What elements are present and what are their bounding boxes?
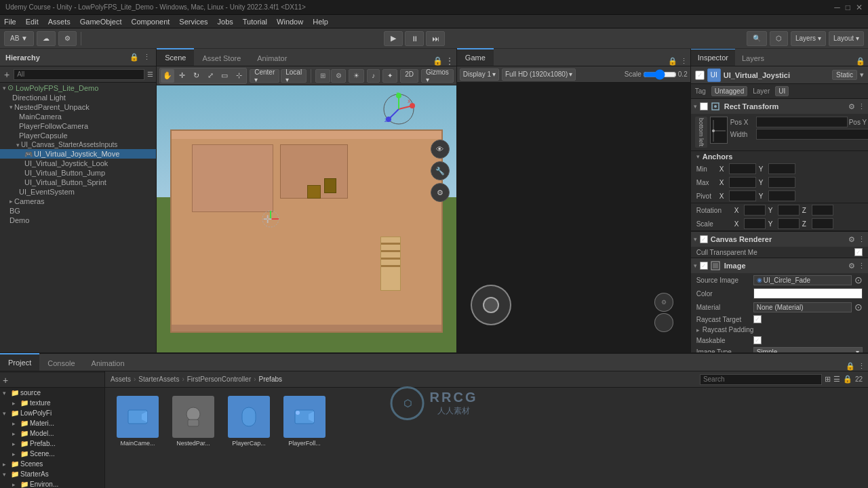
raycast-padding-row[interactable]: ▸ Raycast Padding bbox=[691, 325, 868, 335]
folder-prefab[interactable]: ▸ 📁 Prefab... bbox=[0, 439, 104, 449]
hier-item-playercapsule[interactable]: PlayerCapsule bbox=[0, 131, 156, 140]
asset-maincam[interactable]: MainCame... bbox=[113, 396, 162, 447]
layers-dropdown[interactable]: Layers ▾ bbox=[791, 31, 826, 46]
asset-playerfoll[interactable]: PlayerFoll... bbox=[280, 396, 329, 447]
gizmos-btn[interactable]: Gizmos ▾ bbox=[421, 69, 454, 83]
menu-help[interactable]: Help bbox=[313, 18, 328, 26]
project-lock-icon[interactable]: 🔒 bbox=[843, 375, 852, 384]
rect-transform-more-icon[interactable]: ⋮ bbox=[858, 102, 865, 111]
folder-environ[interactable]: ▸ 📁 Environ... bbox=[0, 479, 104, 488]
anchors-arrow[interactable]: ▾ bbox=[696, 153, 700, 160]
hier-item-bg[interactable]: BG bbox=[0, 206, 156, 216]
scale-slider[interactable] bbox=[643, 70, 677, 79]
ab-dropdown[interactable]: AB ▼ bbox=[4, 31, 34, 46]
scene-more-icon[interactable]: ⋮ bbox=[446, 56, 454, 66]
game-more-icon[interactable]: ⋮ bbox=[680, 57, 688, 66]
layer-dropdown[interactable]: UI bbox=[775, 86, 789, 96]
project-search[interactable] bbox=[700, 374, 822, 385]
rot-y-input[interactable]: 0 bbox=[778, 205, 800, 216]
effects-btn[interactable]: ✦ bbox=[382, 69, 397, 83]
hier-item-demo[interactable]: Demo bbox=[0, 216, 156, 225]
folder-source[interactable]: ▾ 📁 source bbox=[0, 388, 104, 398]
scene-viewport[interactable]: X Y Z 👁 🔧 ⚙ ✛ bbox=[157, 85, 456, 352]
hierarchy-search[interactable] bbox=[14, 69, 144, 80]
play-button[interactable]: ▶ bbox=[384, 31, 403, 46]
tool-rotate[interactable]: ↻ bbox=[189, 69, 203, 83]
rot-x-input[interactable]: 0 bbox=[744, 205, 766, 216]
cull-transparent-checkbox[interactable]: ✓ bbox=[854, 248, 863, 256]
hierarchy-lock-icon[interactable]: 🔒 bbox=[130, 53, 139, 62]
obj-name[interactable]: UI_Virtual_Joystici bbox=[724, 71, 829, 79]
insp-lock-icon[interactable]: 🔒 bbox=[856, 57, 865, 66]
tab-console[interactable]: Console bbox=[39, 356, 83, 371]
max-y-input[interactable]: 0 bbox=[768, 177, 795, 188]
scene-ctrl-1[interactable]: 👁 bbox=[431, 140, 450, 159]
menu-assets[interactable]: Assets bbox=[48, 18, 71, 26]
hier-item-nestedparent[interactable]: ▾ NestedParent_Unpack bbox=[0, 102, 156, 112]
raycast-target-checkbox[interactable]: ✓ bbox=[753, 315, 762, 323]
tab-game[interactable]: Game bbox=[457, 48, 494, 66]
canvas-renderer-settings-icon[interactable]: ⚙ bbox=[848, 235, 855, 244]
2d-btn[interactable]: 2D bbox=[400, 69, 418, 83]
scene-ctrl-2[interactable]: 🔧 bbox=[431, 161, 450, 180]
scene-ctrl-3[interactable]: ⚙ bbox=[431, 183, 450, 202]
image-settings-icon[interactable]: ⚙ bbox=[848, 262, 855, 270]
audio-btn[interactable]: ♪ bbox=[367, 69, 380, 83]
rect-transform-header[interactable]: ▾ Rect Transform ⚙ ⋮ bbox=[691, 99, 868, 114]
hier-item-eventsystem[interactable]: UI_EventSystem bbox=[0, 187, 156, 197]
hier-item-btn-jump[interactable]: UI_Virtual_Button_Jump bbox=[0, 168, 156, 178]
hier-item-cameras[interactable]: ▸ Cameras bbox=[0, 197, 156, 206]
scale-x-input[interactable]: 1 bbox=[744, 218, 766, 229]
game-resolution-dropdown[interactable]: Full HD (1920x1080) ▾ bbox=[502, 68, 576, 81]
render-mode-btn[interactable]: ☀ bbox=[349, 69, 364, 83]
hier-item-maincam[interactable]: MainCamera bbox=[0, 112, 156, 121]
folder-materi[interactable]: ▸ 📁 Materi... bbox=[0, 418, 104, 428]
scene-lock-icon[interactable]: 🔒 bbox=[433, 56, 443, 66]
tool-move[interactable]: ✛ bbox=[175, 69, 189, 83]
tab-asset-store[interactable]: Asset Store bbox=[194, 51, 249, 66]
hierarchy-filter-icon[interactable]: ☰ bbox=[147, 70, 153, 78]
menu-window[interactable]: Window bbox=[277, 18, 303, 26]
tag-dropdown[interactable]: Untagged bbox=[711, 86, 747, 96]
tab-animation[interactable]: Animation bbox=[83, 356, 133, 371]
min-x-input[interactable]: 0 bbox=[729, 163, 756, 174]
image-enabled[interactable]: ✓ bbox=[700, 262, 708, 270]
hier-item-lowpoly[interactable]: ▾ ⊙ LowPolyFPS_Lite_Demo bbox=[0, 83, 156, 93]
settings-btn[interactable]: ⚙ bbox=[58, 31, 77, 46]
asset-nestedpar[interactable]: NestedPar... bbox=[169, 396, 218, 447]
rect-transform-enabled[interactable] bbox=[700, 102, 708, 110]
hier-item-joystick-look[interactable]: UI_Virtual_Joystick_Look bbox=[0, 159, 156, 168]
scale-y-input[interactable]: 1 bbox=[778, 218, 800, 229]
color-field[interactable] bbox=[753, 288, 863, 299]
collab-btn[interactable]: ⬡ bbox=[770, 31, 788, 46]
asset-playercap[interactable]: PlayerCap... bbox=[224, 396, 273, 447]
pause-button[interactable]: ⏸ bbox=[405, 31, 424, 46]
folder-scene[interactable]: ▸ 📁 Scene... bbox=[0, 449, 104, 459]
breadcrumb-assets[interactable]: Assets bbox=[111, 375, 131, 383]
hier-item-dirlight[interactable]: Directional Light bbox=[0, 93, 156, 102]
canvas-renderer-header[interactable]: ▾ ✓ Canvas Renderer ⚙ ⋮ bbox=[691, 232, 868, 247]
cloud-btn[interactable]: ☁ bbox=[37, 31, 56, 46]
close-btn[interactable]: ✕ bbox=[856, 3, 863, 12]
max-x-input[interactable]: 0 bbox=[729, 177, 756, 188]
rot-z-input[interactable]: 0 bbox=[812, 205, 833, 216]
image-type-dropdown[interactable]: Simple ▾ bbox=[753, 347, 863, 352]
game-display-dropdown[interactable]: Display 1 ▾ bbox=[460, 68, 499, 81]
tool-hand[interactable]: ✋ bbox=[161, 69, 174, 83]
pivot-y-input[interactable]: 0.5 bbox=[768, 190, 795, 201]
search-btn[interactable]: 🔍 bbox=[747, 31, 767, 46]
pivot-x-input[interactable]: 0.5 bbox=[729, 190, 756, 201]
game-lock-icon[interactable]: 🔒 bbox=[668, 57, 677, 66]
hier-item-btn-sprint[interactable]: UI_Virtual_Button_Sprint bbox=[0, 178, 156, 187]
hier-item-uicanvas[interactable]: ▾ UI_Canvas_StarterAssetsInputs bbox=[0, 140, 156, 149]
menu-gameobject[interactable]: GameObject bbox=[80, 18, 122, 26]
snap-btn[interactable]: ⊞ bbox=[315, 69, 330, 83]
tab-inspector[interactable]: Inspector bbox=[691, 49, 735, 66]
hierarchy-add-btn[interactable]: + bbox=[3, 69, 11, 80]
tool-scale[interactable]: ⤢ bbox=[203, 69, 217, 83]
obj-active-checkbox[interactable]: ✓ bbox=[695, 70, 705, 80]
material-picker[interactable]: ⊙ bbox=[854, 302, 863, 312]
menu-file[interactable]: File bbox=[4, 18, 16, 26]
breadcrumb-fpc[interactable]: FirstPersonController bbox=[187, 375, 251, 383]
static-btn[interactable]: Static bbox=[832, 70, 857, 80]
